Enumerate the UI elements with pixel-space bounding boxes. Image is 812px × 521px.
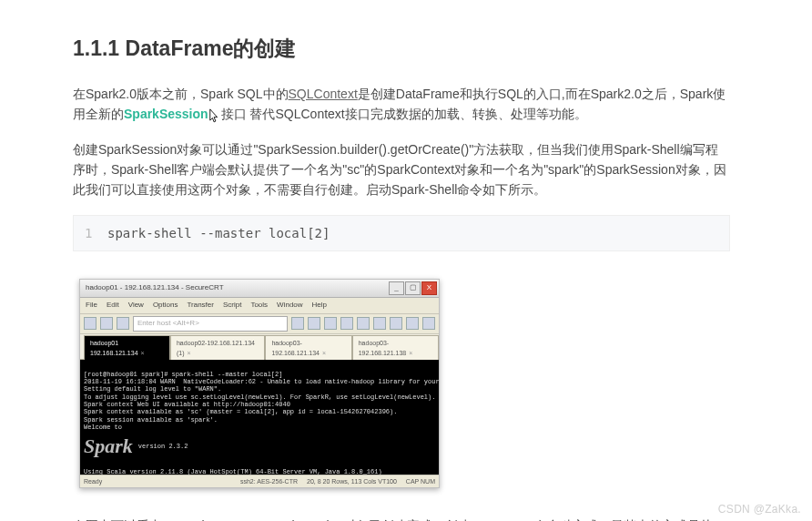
toolbar-icon[interactable] [390,317,402,330]
paragraph-1: 在Spark2.0版本之前，Spark SQL中的SQLContext是创建Da… [73,84,730,125]
term-line: 2018-11-19 16:18:04 WARN NativeCodeLoade… [84,378,439,385]
tab-hadoop02[interactable]: hadoop02-192.168.121.134 (1)× [170,335,265,360]
host-placeholder: Enter host <Alt+R> [137,318,199,330]
code-block: 1spark-shell --master local[2] [73,215,730,251]
menu-help[interactable]: Help [312,300,327,312]
toolbar-icon[interactable] [357,317,370,330]
toolbar-icon[interactable] [100,317,113,330]
tab-hadoop03b[interactable]: hadoop03-192.168.121.138× [352,335,439,360]
tab-close-icon[interactable]: × [409,350,412,356]
status-ssh: ssh2: AES-256-CTR [240,476,298,486]
sqlcontext-link[interactable]: SQLContext [289,87,358,101]
window-title: hadoop01 - 192.168.121.134 - SecureCRT [86,282,224,294]
p1-c: 接口 替代SQLContext接口完成数据的加载、转换、处理等功能。 [221,107,587,121]
toolbar-icon[interactable] [84,317,96,330]
term-line: Using Scala version 2.11.8 (Java HotSpot… [84,468,382,475]
toolbar: Enter host <Alt+R> [80,314,439,334]
maximize-button[interactable]: ▢ [405,281,421,295]
term-line: Setting default log level to "WARN". [84,385,221,393]
session-tabs: hadoop01 192.168.121.134× hadoop02-192.1… [80,334,439,360]
tab-close-icon[interactable]: × [141,350,145,356]
menu-tools[interactable]: Tools [250,300,268,312]
spark-version: version 2.3.2 [138,443,188,450]
securecrt-window: hadoop01 - 192.168.121.134 - SecureCRT _… [79,279,440,488]
heading: 1.1.1 DataFrame的创建 [73,32,730,66]
toolbar-icon[interactable] [422,317,435,330]
term-line: Welcome to [84,424,122,431]
document-content: 1.1.1 DataFrame的创建 在Spark2.0版本之前，Spark S… [0,0,812,521]
toolbar-icon[interactable] [373,317,386,330]
toolbar-icon[interactable] [324,317,337,330]
tab-close-icon[interactable]: × [188,350,191,356]
tab-hadoop03[interactable]: hadoop03-192.168.121.134× [265,335,351,360]
line-number: 1 [85,223,107,243]
menu-bar: File Edit View Options Transfer Script T… [80,298,439,314]
toolbar-icon[interactable] [291,317,304,330]
spark-logo-text: Spark [84,434,133,458]
status-caps: CAP NUM [406,476,435,486]
paragraph-2: 创建SparkSession对象可以通过"SparkSession.builde… [73,139,730,200]
status-dims: 20, 8 20 Rows, 113 Cols VT100 [307,476,397,486]
code-text: spark-shell --master local[2] [107,226,330,240]
window-titlebar: hadoop01 - 192.168.121.134 - SecureCRT _… [80,280,439,298]
term-line: To adjust logging level use sc.setLogLev… [84,393,435,401]
tab-label: hadoop03-192.168.121.134 [271,340,320,356]
menu-transfer[interactable]: Transfer [187,300,214,312]
toolbar-icon[interactable] [340,317,353,330]
status-bar: Ready ssh2: AES-256-CTR 20, 8 20 Rows, 1… [80,475,439,487]
menu-options[interactable]: Options [153,300,178,312]
terminal-output[interactable]: [root@hadoop01 spark]# spark-shell --mas… [80,360,439,475]
menu-file[interactable]: File [86,300,97,312]
p1-a: 在Spark2.0版本之前，Spark SQL中的 [73,87,289,101]
term-line: [root@hadoop01 spark]# spark-shell --mas… [84,371,282,378]
spark-logo: Sparkversion 2.3.2 [84,434,435,458]
term-line: Spark context available as 'sc' (master … [84,408,397,415]
watermark: CSDN @ZaKka. [718,503,801,516]
mouse-cursor-icon [208,108,221,125]
tab-hadoop01[interactable]: hadoop01 192.168.121.134× [84,335,170,360]
menu-window[interactable]: Window [277,300,302,312]
menu-script[interactable]: Script [223,300,241,312]
toolbar-icon[interactable] [406,317,419,330]
host-input[interactable]: Enter host <Alt+R> [133,316,288,332]
menu-edit[interactable]: Edit [107,300,119,312]
close-button[interactable]: X [421,281,437,295]
menu-view[interactable]: View [128,300,144,312]
term-line: Spark context Web UI available at http:/… [84,401,290,408]
tab-close-icon[interactable]: × [322,350,326,356]
tab-label: hadoop01 192.168.121.134 [90,340,138,356]
minimize-button[interactable]: _ [389,281,404,295]
term-line: Spark session available as 'spark'. [84,416,218,424]
window-buttons: _ ▢ X [389,281,437,295]
tab-label: hadoop03-192.168.121.138 [359,340,407,356]
toolbar-icon[interactable] [308,317,320,330]
paragraph-3: 在图中可以看出，SparkContext、SparkSession对象已创建完成… [73,516,730,521]
status-ready: Ready [84,476,102,486]
toolbar-icon[interactable] [117,317,129,330]
sparksession-link[interactable]: SparkSession [124,107,208,121]
